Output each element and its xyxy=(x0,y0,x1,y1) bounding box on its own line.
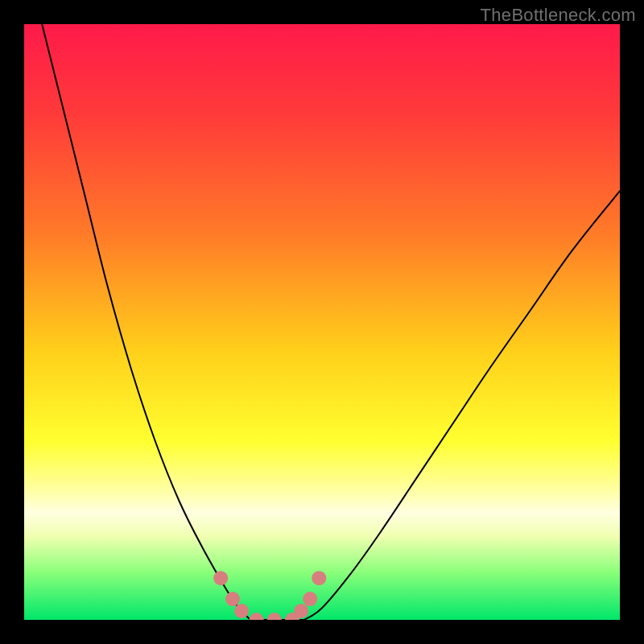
plot-area xyxy=(24,24,620,620)
marker-point xyxy=(225,592,240,606)
marker-point xyxy=(294,604,308,618)
gradient-background xyxy=(24,24,620,620)
outer-frame: TheBottleneck.com xyxy=(0,0,644,644)
chart-svg xyxy=(24,24,620,620)
marker-point xyxy=(303,592,317,606)
marker-point xyxy=(213,571,228,585)
watermark-text: TheBottleneck.com xyxy=(481,5,636,26)
marker-point xyxy=(234,604,249,618)
marker-point xyxy=(312,571,326,585)
